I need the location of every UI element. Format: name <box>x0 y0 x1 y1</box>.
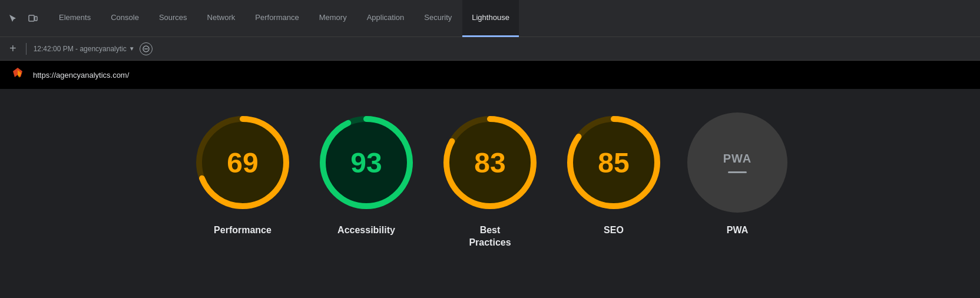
pwa-label-icon: PWA <box>723 152 752 165</box>
session-selector[interactable]: 12:42:00 PM - agencyanalytic ▼ <box>34 45 135 53</box>
tab-icon-group <box>5 10 41 27</box>
lighthouse-favicon-icon <box>9 65 26 84</box>
pwa-circle: PWA <box>687 112 787 213</box>
score-circle-best-practices: 83 <box>440 112 540 213</box>
tab-application[interactable]: Application <box>357 0 414 37</box>
score-label-pwa: PWA <box>727 224 748 237</box>
tab-lighthouse[interactable]: Lighthouse <box>462 0 519 37</box>
sub-toolbar: + 12:42:00 PM - agencyanalytic ▼ <box>0 37 980 61</box>
svg-rect-1 <box>35 16 37 21</box>
url-bar: https://agencyanalytics.com/ <box>0 61 980 89</box>
score-card-seo: 85 SEO <box>564 112 664 237</box>
lighthouse-scores: 69 Performance 93 Accessibility <box>0 89 980 298</box>
tab-elements[interactable]: Elements <box>49 0 100 37</box>
chevron-down-icon: ▼ <box>129 45 135 52</box>
cancel-recording-button[interactable] <box>140 42 153 55</box>
score-label-performance: Performance <box>214 224 272 237</box>
score-label-best-practices: BestPractices <box>469 224 511 249</box>
score-circle-accessibility: 93 <box>316 112 416 213</box>
score-card-best-practices: 83 BestPractices <box>440 112 540 249</box>
score-circle-seo: 85 <box>564 112 664 213</box>
score-card-accessibility: 93 Accessibility <box>316 112 416 237</box>
cursor-icon[interactable] <box>5 10 21 27</box>
tab-memory[interactable]: Memory <box>310 0 356 37</box>
score-card-performance: 69 Performance <box>193 112 293 237</box>
score-label-accessibility: Accessibility <box>337 224 395 237</box>
score-label-seo: SEO <box>604 224 624 237</box>
score-value-seo: 85 <box>598 147 629 179</box>
toolbar-divider <box>26 43 27 55</box>
tab-network[interactable]: Network <box>198 0 245 37</box>
score-value-best-practices: 83 <box>474 147 505 179</box>
svg-rect-0 <box>29 15 34 21</box>
tab-sources[interactable]: Sources <box>150 0 197 37</box>
add-session-button[interactable]: + <box>7 42 19 55</box>
page-url: https://agencyanalytics.com/ <box>33 71 129 80</box>
tab-security[interactable]: Security <box>415 0 461 37</box>
tab-console[interactable]: Console <box>101 0 148 37</box>
tab-performance[interactable]: Performance <box>246 0 308 37</box>
pwa-dash <box>728 171 747 173</box>
device-icon[interactable] <box>25 10 41 27</box>
tab-bar: Elements Console Sources Network Perform… <box>0 0 980 37</box>
score-card-pwa: PWA PWA <box>687 112 787 237</box>
score-circle-performance: 69 <box>193 112 293 213</box>
score-value-performance: 69 <box>227 147 258 179</box>
score-value-accessibility: 93 <box>350 147 382 179</box>
